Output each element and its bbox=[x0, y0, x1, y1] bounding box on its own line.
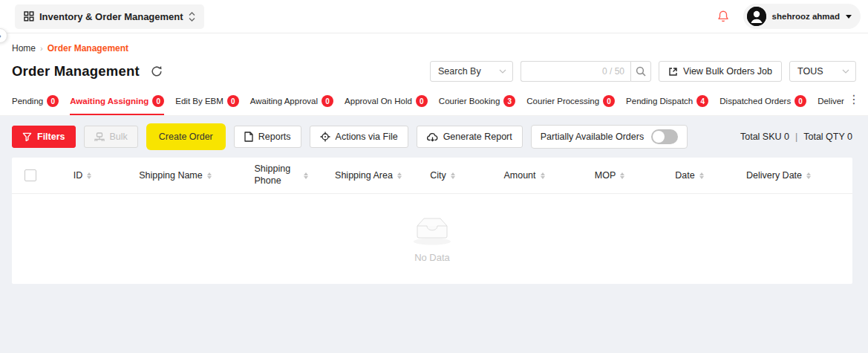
tab-awaiting-approval[interactable]: Awaiting Approval0 bbox=[250, 95, 333, 115]
select-all-checkbox[interactable] bbox=[25, 169, 36, 181]
app-switcher[interactable]: Inventory & Order Management bbox=[15, 4, 204, 29]
tab-badge: 4 bbox=[696, 95, 708, 107]
tab-badge: 0 bbox=[794, 95, 806, 107]
column-header-mop[interactable]: MOP bbox=[572, 170, 647, 181]
more-tabs-icon[interactable]: ⋮ bbox=[844, 92, 864, 115]
tab-edit-by-ebm[interactable]: Edit By EBM0 bbox=[175, 95, 239, 115]
sort-icon bbox=[207, 172, 212, 179]
header-right: shehrooz ahmad bbox=[717, 4, 861, 29]
tab-badge: 0 bbox=[47, 95, 59, 107]
partially-available-toggle[interactable] bbox=[651, 129, 678, 144]
column-header-delivery-date[interactable]: Delivery Date bbox=[732, 170, 825, 181]
user-menu[interactable]: shehrooz ahmad bbox=[743, 4, 861, 29]
sort-icon bbox=[87, 172, 91, 179]
sort-icon bbox=[451, 172, 455, 179]
chevron-down-icon bbox=[499, 69, 506, 74]
empty-box-icon bbox=[408, 216, 456, 246]
store-select[interactable]: TOUS bbox=[789, 61, 856, 82]
sort-icon bbox=[397, 172, 402, 179]
search-icon bbox=[636, 66, 646, 77]
column-header-amount[interactable]: Amount bbox=[476, 170, 572, 181]
no-data-label: No Data bbox=[414, 252, 450, 263]
filters-button[interactable]: Filters bbox=[12, 126, 76, 148]
column-header-shipping-name[interactable]: Shipping Name bbox=[116, 170, 235, 181]
avatar bbox=[747, 7, 766, 26]
tab-dispatched-orders[interactable]: Dispatched Orders0 bbox=[719, 95, 806, 115]
breadcrumb: Home › Order Management bbox=[0, 33, 868, 54]
tab-badge: 0 bbox=[322, 95, 333, 107]
crosshair-icon bbox=[320, 132, 330, 142]
sort-icon bbox=[806, 172, 811, 179]
view-bulk-orders-label: View Bulk Orders Job bbox=[683, 66, 772, 77]
order-management-screen: Inventory & Order Management she bbox=[0, 0, 868, 353]
generate-report-button[interactable]: Generate Report bbox=[417, 126, 523, 148]
toolbar: Filters Bulk Create Order Re bbox=[12, 125, 852, 149]
tab-pending-dispatch[interactable]: Pending Dispatch4 bbox=[626, 95, 708, 115]
tab-badge: 3 bbox=[503, 95, 515, 107]
table-header-row: ID Shipping Name Shipping Phone Shipping… bbox=[12, 158, 852, 194]
reports-label: Reports bbox=[258, 132, 291, 142]
search-by-select[interactable]: Search By bbox=[430, 61, 513, 82]
expand-chevrons-icon bbox=[189, 12, 195, 22]
filters-label: Filters bbox=[37, 132, 65, 142]
sort-icon bbox=[699, 172, 704, 179]
tab-awaiting-assigning[interactable]: Awaiting Assigning0 bbox=[70, 95, 164, 115]
column-header-date[interactable]: Date bbox=[647, 170, 732, 181]
view-bulk-orders-button[interactable]: View Bulk Orders Job bbox=[659, 61, 782, 82]
bulk-button[interactable]: Bulk bbox=[84, 126, 138, 148]
tab-badge: 0 bbox=[227, 95, 239, 107]
breadcrumb-home[interactable]: Home bbox=[12, 43, 36, 54]
create-order-label: Create Order bbox=[159, 132, 213, 142]
tab-courier-booking[interactable]: Courier Booking3 bbox=[439, 95, 515, 115]
grid-apps-icon bbox=[24, 11, 34, 22]
report-file-icon bbox=[244, 132, 253, 142]
tabs-scroll: Pending0 Awaiting Assigning0 Edit By EBM… bbox=[12, 95, 844, 115]
store-select-value: TOUS bbox=[797, 66, 823, 77]
create-order-button[interactable]: Create Order bbox=[149, 126, 223, 148]
tab-delivered-orders[interactable]: Delivered Orders bbox=[818, 95, 844, 115]
char-counter: 0 / 50 bbox=[602, 66, 624, 77]
totals-divider: | bbox=[795, 132, 797, 142]
page-head: Home › Order Management Order Management… bbox=[0, 33, 868, 116]
chevron-down-icon bbox=[842, 69, 849, 74]
search-group: 0 / 50 bbox=[521, 61, 651, 82]
app-switcher-label: Inventory & Order Management bbox=[39, 11, 183, 22]
search-input[interactable]: 0 / 50 bbox=[521, 61, 630, 82]
toggle-knob bbox=[653, 131, 665, 143]
tab-approval-on-hold[interactable]: Approval On Hold0 bbox=[345, 95, 428, 115]
refresh-icon[interactable] bbox=[150, 65, 163, 78]
user-caret-icon bbox=[846, 15, 852, 19]
status-tabs: Pending0 Awaiting Assigning0 Edit By EBM… bbox=[0, 82, 868, 116]
empty-state: No Data bbox=[12, 194, 852, 284]
tab-badge: 0 bbox=[603, 95, 615, 107]
tab-courier-processing[interactable]: Courier Processing0 bbox=[526, 95, 615, 115]
actions-via-file-button[interactable]: Actions via File bbox=[310, 126, 408, 148]
tab-badge: 0 bbox=[152, 95, 164, 107]
sort-icon bbox=[541, 172, 545, 179]
tab-pending[interactable]: Pending0 bbox=[12, 95, 59, 115]
partially-available-card: Partially Available Orders bbox=[531, 125, 688, 149]
column-header-shipping-area[interactable]: Shipping Area bbox=[327, 170, 409, 181]
total-qty: Total QTY 0 bbox=[803, 132, 852, 142]
content-area: Filters Bulk Create Order Re bbox=[0, 116, 868, 353]
select-all-cell bbox=[12, 169, 49, 181]
breadcrumb-current[interactable]: Order Management bbox=[48, 43, 128, 54]
column-header-shipping-phone[interactable]: Shipping Phone bbox=[235, 163, 327, 187]
cloud-download-icon bbox=[427, 132, 438, 142]
search-button[interactable] bbox=[630, 61, 651, 82]
column-header-city[interactable]: City bbox=[409, 170, 476, 181]
sort-icon bbox=[304, 172, 308, 179]
reports-button[interactable]: Reports bbox=[234, 126, 301, 148]
actions-via-file-label: Actions via File bbox=[336, 132, 398, 142]
tab-badge: 0 bbox=[416, 95, 428, 107]
notification-bell-icon[interactable] bbox=[717, 10, 730, 23]
orders-table: ID Shipping Name Shipping Phone Shipping… bbox=[12, 158, 852, 284]
search-cluster: Search By 0 / 50 bbox=[430, 61, 856, 82]
sort-icon bbox=[620, 172, 624, 179]
bulk-icon bbox=[94, 132, 105, 142]
column-header-id[interactable]: ID bbox=[49, 170, 116, 181]
page-title: Order Management bbox=[12, 63, 140, 80]
export-icon bbox=[668, 67, 678, 77]
breadcrumb-separator: › bbox=[40, 44, 43, 53]
app-header: Inventory & Order Management she bbox=[0, 0, 868, 33]
